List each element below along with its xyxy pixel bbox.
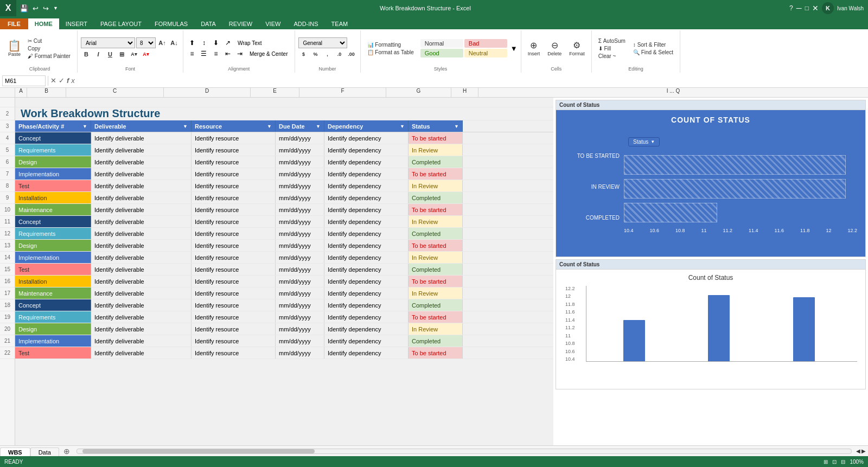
scroll-right-button[interactable]: ▶: [861, 448, 866, 454]
fill-color-button[interactable]: A▾: [129, 49, 139, 59]
sort-filter-button[interactable]: ↕ Sort & Filter: [630, 41, 676, 48]
wbs-header-phase[interactable]: Phase/Activity #▼: [15, 120, 91, 132]
align-bottom-button[interactable]: ⬇: [210, 38, 221, 48]
minimize-button[interactable]: ─: [796, 4, 802, 12]
col-header-e[interactable]: E: [251, 88, 299, 97]
format-cells-button[interactable]: ⚙ Format: [566, 39, 588, 57]
format-painter-button[interactable]: 🖌 Format Painter: [24, 53, 74, 60]
page-break-view-button[interactable]: ⊟: [841, 459, 845, 465]
align-middle-button[interactable]: ↕: [199, 38, 209, 48]
customize-qa-button[interactable]: ▼: [52, 5, 59, 11]
style-bad[interactable]: Bad: [464, 39, 507, 48]
style-normal[interactable]: Normal: [420, 39, 463, 48]
wbs-header-dependency[interactable]: Dependency▼: [324, 120, 409, 132]
orient-button[interactable]: ↗: [222, 38, 233, 48]
cut-button[interactable]: ✂ Cut: [24, 37, 74, 44]
conditional-formatting-button[interactable]: 📊 Formatting: [364, 41, 417, 48]
tab-data[interactable]: DATA: [194, 18, 222, 29]
add-sheet-button[interactable]: ⊕: [59, 446, 74, 457]
wbs-row-8[interactable]: Requirements Identify deliverable Identi…: [15, 228, 553, 240]
wbs-row-0[interactable]: Concept Identify deliverable Identify re…: [15, 132, 553, 144]
wbs-row-6[interactable]: Maintenance Identify deliverable Identif…: [15, 204, 553, 216]
fill-button[interactable]: ⬇ Fill: [595, 45, 629, 52]
style-neutral[interactable]: Neutral: [464, 49, 507, 57]
col-header-g[interactable]: G: [386, 88, 451, 97]
copy-button[interactable]: Copy: [24, 45, 74, 52]
wbs-row-17[interactable]: Implementation Identify deliverable Iden…: [15, 335, 553, 347]
wbs-row-14[interactable]: Concept Identify deliverable Identify re…: [15, 299, 553, 311]
tab-view[interactable]: VIEW: [259, 18, 287, 29]
font-family-select[interactable]: Arial: [81, 37, 135, 48]
style-good[interactable]: Good: [420, 49, 463, 57]
bold-button[interactable]: B: [81, 49, 92, 59]
col-header-c[interactable]: C: [66, 88, 164, 97]
wbs-row-16[interactable]: Design Identify deliverable Identify res…: [15, 323, 553, 335]
percent-button[interactable]: %: [310, 49, 321, 59]
cell-reference-input[interactable]: [2, 75, 46, 86]
restore-button[interactable]: □: [805, 4, 809, 12]
decrease-indent-button[interactable]: ⇤: [222, 49, 233, 59]
tab-insert[interactable]: INSERT: [59, 18, 94, 29]
tab-home[interactable]: HOME: [28, 18, 59, 29]
increase-indent-button[interactable]: ⇥: [234, 49, 245, 59]
italic-button[interactable]: I: [93, 49, 104, 59]
tab-formulas[interactable]: FORMULAS: [148, 18, 194, 29]
comma-button[interactable]: ,: [322, 49, 333, 59]
col-header-f[interactable]: F: [299, 88, 386, 97]
font-size-select[interactable]: 8: [136, 37, 156, 48]
number-format-select[interactable]: General: [298, 37, 347, 48]
wbs-row-1[interactable]: Requirements Identify deliverable Identi…: [15, 144, 553, 156]
col-header-h[interactable]: H: [451, 88, 478, 97]
merge-center-button[interactable]: Merge & Center: [246, 49, 291, 59]
wbs-row-5[interactable]: Installation Identify deliverable Identi…: [15, 192, 553, 204]
wbs-row-10[interactable]: Implementation Identify deliverable Iden…: [15, 252, 553, 264]
sheet-tab-data[interactable]: Data: [30, 447, 59, 457]
currency-button[interactable]: $: [298, 49, 309, 59]
sheet-tab-wbs[interactable]: WBS: [0, 447, 30, 457]
redo-button[interactable]: ↪: [42, 4, 50, 12]
styles-expand-button[interactable]: ▼: [510, 44, 518, 53]
wbs-row-3[interactable]: Implementation Identify deliverable Iden…: [15, 168, 553, 180]
insert-function-button[interactable]: f: [67, 76, 69, 85]
cancel-formula-button[interactable]: ✕: [50, 76, 56, 85]
decrease-decimal-button[interactable]: .00: [346, 49, 357, 59]
font-size-increase-button[interactable]: A↑: [157, 38, 168, 48]
wbs-row-12[interactable]: Installation Identify deliverable Identi…: [15, 276, 553, 287]
format-as-table-button[interactable]: 📋 Format as Table: [364, 49, 417, 56]
clear-button[interactable]: Clear ~: [595, 53, 629, 60]
wrap-text-button[interactable]: Wrap Text: [234, 38, 265, 48]
normal-view-button[interactable]: ⊡: [832, 459, 837, 465]
col-header-d[interactable]: D: [164, 88, 251, 97]
font-size-decrease-button[interactable]: A↓: [169, 38, 180, 48]
delete-cells-button[interactable]: ⊖ Delete: [544, 39, 565, 57]
tab-team[interactable]: TEAM: [325, 18, 355, 29]
tab-addins[interactable]: ADD-INS: [287, 18, 324, 29]
wbs-row-4[interactable]: Test Identify deliverable Identify resou…: [15, 180, 553, 192]
horizontal-scrollbar[interactable]: [76, 449, 852, 454]
wbs-row-15[interactable]: Requirements Identify deliverable Identi…: [15, 311, 553, 323]
autosum-button[interactable]: Σ AutoSum: [595, 37, 629, 44]
align-top-button[interactable]: ⬆: [187, 38, 197, 48]
status-filter-pill[interactable]: Status ▼: [628, 137, 660, 146]
wbs-header-resource[interactable]: Resource▼: [192, 120, 276, 132]
wbs-row-18[interactable]: Test Identify deliverable Identify resou…: [15, 347, 553, 359]
increase-decimal-button[interactable]: .0: [334, 49, 345, 59]
wbs-header-duedate[interactable]: Due Date▼: [276, 120, 324, 132]
find-select-button[interactable]: 🔍 Find & Select: [630, 49, 676, 56]
page-layout-view-button[interactable]: ⊞: [824, 459, 828, 465]
close-button[interactable]: ✕: [812, 4, 819, 12]
wbs-row-7[interactable]: Concept Identify deliverable Identify re…: [15, 216, 553, 228]
col-header-a[interactable]: A: [15, 88, 27, 97]
align-right-button[interactable]: ≡: [210, 49, 221, 59]
border-button[interactable]: ⊞: [117, 49, 127, 59]
wbs-header-status[interactable]: Status▼: [409, 120, 463, 132]
wbs-row-2[interactable]: Design Identify deliverable Identify res…: [15, 156, 553, 168]
insert-cells-button[interactable]: ⊕ Insert: [525, 39, 544, 57]
help-button[interactable]: ?: [789, 4, 793, 12]
wbs-header-deliverable[interactable]: Deliverable▼: [91, 120, 192, 132]
font-color-button[interactable]: A▾: [141, 49, 151, 59]
tab-review[interactable]: REVIEW: [222, 18, 259, 29]
tab-file[interactable]: FILE: [0, 18, 28, 29]
confirm-formula-button[interactable]: ✓: [59, 76, 65, 85]
underline-button[interactable]: U: [105, 49, 116, 59]
